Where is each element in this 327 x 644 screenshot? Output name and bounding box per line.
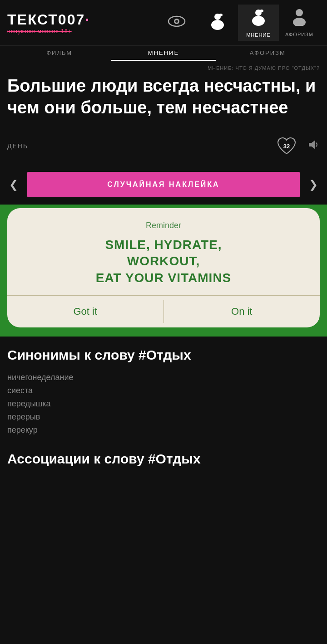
right-arrow-icon: ❯ <box>309 178 318 191</box>
svg-point-9 <box>260 10 263 12</box>
got-it-button[interactable]: Got it <box>7 296 164 327</box>
sticker-bar: ❮ СЛУЧАЙНАЯ НАКЛЕЙКА ❯ <box>0 167 327 205</box>
tab-film[interactable]: ФИЛЬМ <box>7 46 111 61</box>
volume-icon[interactable] <box>307 138 320 154</box>
reminder-card-wrapper: Reminder SMILE, HYDRATE, WORKOUT, EAT YO… <box>0 208 327 337</box>
svg-point-12 <box>293 18 306 26</box>
silhouette-icon <box>292 9 306 29</box>
list-item: ничегонеделание <box>7 371 320 384</box>
reminder-top: Reminder SMILE, HYDRATE, WORKOUT, EAT YO… <box>7 208 320 295</box>
eye-icon-btn[interactable] <box>156 5 197 41</box>
synonyms-section: Синонимы к слову #Отдых ничегонеделание … <box>0 337 327 444</box>
logo-area: ТЕКСТ007· ненужное мнение 18+ <box>7 11 156 34</box>
list-item: сиеста <box>7 384 320 397</box>
reminder-actions: Got it On it <box>7 296 320 327</box>
controls-right: 32 <box>275 136 320 156</box>
list-item: передышка <box>7 397 320 410</box>
svg-point-11 <box>296 9 303 16</box>
on-it-button[interactable]: On it <box>164 296 320 327</box>
heart-count: 32 <box>283 143 290 150</box>
next-arrow-btn[interactable]: ❯ <box>300 172 327 197</box>
nav-tabs: ФИЛЬМ МНЕНИЕ АФОРИЗМ <box>0 46 327 61</box>
logo: ТЕКСТ007· <box>7 11 156 28</box>
eye-icon <box>168 15 186 31</box>
opinion-tab-label: МНЕНИЕ <box>246 32 271 38</box>
breadcrumb: МНЕНИЕ: ЧТО Я ДУМАЮ ПРО "ОТДЫХ"? <box>7 65 320 71</box>
logo-subtitle: ненужное мнение 18+ <box>7 28 156 34</box>
synonym-list: ничегонеделание сиеста передышка перерыв… <box>7 371 320 437</box>
header-icons: МНЕНИЕ АФОРИЗМ <box>156 5 320 41</box>
sticker-button[interactable]: СЛУЧАЙНАЯ НАКЛЕЙКА <box>27 172 300 197</box>
svg-point-2 <box>175 20 178 23</box>
tab-aforizm[interactable]: АФОРИЗМ <box>216 46 320 61</box>
heart-badge[interactable]: 32 <box>275 136 298 156</box>
day-label: ДЕНЬ <box>7 142 28 150</box>
synonyms-title: Синонимы к слову #Отдых <box>7 347 320 363</box>
tab-mnenie[interactable]: МНЕНИЕ <box>111 46 215 61</box>
svg-point-5 <box>219 14 223 16</box>
controls-row: ДЕНЬ 32 <box>7 132 320 160</box>
associations-section: Ассоциации к слову #Отдых <box>0 444 327 467</box>
list-item: перерыв <box>7 410 320 424</box>
list-item: перекур <box>7 424 320 437</box>
opinion-icon-btn[interactable]: МНЕНИЕ <box>238 5 279 41</box>
main-content: МНЕНИЕ: ЧТО Я ДУМАЮ ПРО "ОТДЫХ"? Большие… <box>0 61 327 167</box>
main-quote: Большие люди всегда несчастны, и чем они… <box>7 75 320 118</box>
svg-marker-13 <box>309 140 315 149</box>
header: ТЕКСТ007· ненужное мнение 18+ <box>0 0 327 46</box>
aphorism-icon-btn[interactable]: АФОРИЗМ <box>279 5 320 41</box>
prev-arrow-btn[interactable]: ❮ <box>0 172 27 197</box>
chicken-icon-btn[interactable] <box>197 5 238 41</box>
associations-title: Ассоциации к слову #Отдых <box>7 451 320 467</box>
reminder-label: Reminder <box>18 221 309 230</box>
chicken-icon <box>209 12 226 34</box>
aphorism-tab-label: АФОРИЗМ <box>285 32 313 37</box>
opinion-icon <box>250 8 267 29</box>
green-separator <box>0 205 327 208</box>
reminder-text: SMILE, HYDRATE, WORKOUT, EAT YOUR VITAMI… <box>18 237 309 286</box>
left-arrow-icon: ❮ <box>9 178 18 191</box>
reminder-card: Reminder SMILE, HYDRATE, WORKOUT, EAT YO… <box>7 208 320 327</box>
